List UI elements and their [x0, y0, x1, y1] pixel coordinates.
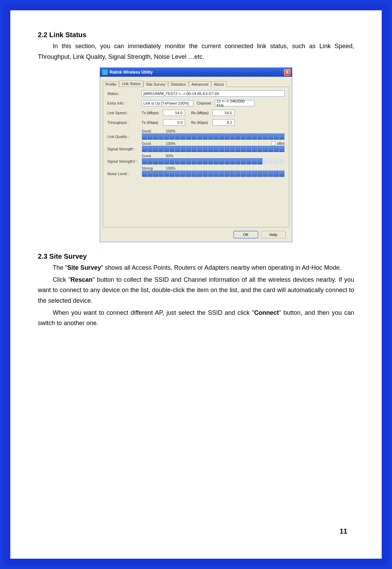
bar-segment [175, 146, 180, 152]
bar-segment [274, 158, 279, 164]
bar-segment [197, 158, 202, 164]
bar-segment [279, 146, 284, 152]
signal-strength-bar [142, 146, 285, 152]
bar-segment [214, 146, 219, 152]
help-button[interactable]: Help [261, 231, 286, 238]
dbm-label: dBm [277, 141, 285, 146]
bar-segment [252, 171, 257, 177]
tx-kbps-label: Tx (Kbps) [142, 120, 163, 125]
bar-segment [246, 146, 251, 152]
bar-segment [246, 133, 251, 140]
bar-segment [219, 133, 224, 140]
bar-segment [170, 158, 175, 164]
signal-strength2-bar [142, 158, 285, 165]
bar-segment [235, 146, 240, 152]
rx-kbps-value: 8.2 [213, 119, 235, 126]
bar-segment [181, 158, 186, 164]
bar-segment [170, 171, 175, 177]
bar-segment [153, 146, 158, 152]
bar-segment [159, 158, 164, 164]
bar-segment [164, 146, 169, 152]
bar-segment [192, 158, 197, 164]
ralink-dialog-window: Ralink Wireless Utility X Profile Link S… [100, 67, 292, 242]
section-23-heading: 2.3 Site Survey [38, 253, 354, 260]
bar-segment [175, 133, 180, 140]
bar-segment [164, 133, 169, 140]
tab-profile[interactable]: Profile [103, 81, 119, 87]
ok-button[interactable]: OK [233, 231, 258, 238]
bar-segment [274, 146, 279, 152]
bar-segment [170, 146, 175, 152]
tx-kbps-value: 0.0 [163, 119, 185, 126]
tab-row: Profile Link Status Site Survey Statisti… [103, 79, 289, 87]
link-quality-label: Link Quality : [107, 135, 142, 139]
bar-segment [159, 171, 164, 177]
signal-strength-label: Signal Strength : [107, 147, 142, 151]
bar-segment [263, 146, 268, 152]
bar-segment [257, 133, 262, 140]
bar-segment [246, 171, 251, 177]
link-quality-bar [142, 133, 285, 140]
bar-segment [192, 133, 197, 140]
bar-segment [230, 158, 235, 164]
bar-segment [197, 133, 202, 140]
bar-segment [186, 158, 191, 164]
dialog-titlebar: Ralink Wireless Utility X [100, 68, 292, 77]
page-number: 11 [340, 527, 347, 535]
bar-segment [252, 158, 257, 164]
bar-segment [142, 146, 147, 152]
signal-strength-quality: Good [142, 141, 166, 146]
tab-advanced[interactable]: Advanced [189, 81, 211, 87]
status-label: Status : [107, 92, 142, 96]
bar-segment [246, 158, 251, 164]
bar-segment [153, 171, 158, 177]
bar-segment [153, 133, 158, 140]
bar-segment [274, 171, 279, 177]
section-22-heading: 2.2 Link Status [38, 31, 354, 39]
bar-segment [164, 171, 169, 177]
bar-segment [263, 171, 268, 177]
bar-segment [241, 133, 246, 140]
noise-level-bar [142, 170, 285, 177]
bar-segment [230, 146, 235, 152]
signal-strength2-label: Signal Strength2 : [107, 159, 142, 163]
signal-strength-percent: 100% [166, 141, 200, 146]
bar-segment [181, 171, 186, 177]
channel-value[interactable]: 11 <--> 2462000 KHz [215, 100, 254, 106]
bar-segment [203, 171, 208, 177]
bar-segment [225, 133, 230, 140]
bar-segment [214, 158, 219, 164]
tab-site-survey[interactable]: Site Survey [143, 81, 168, 87]
bar-segment [268, 171, 273, 177]
section-23-p3: When you want to connect different AP, j… [38, 308, 354, 329]
bar-segment [203, 158, 208, 164]
dbm-checkbox[interactable] [271, 141, 275, 146]
bar-segment [235, 133, 240, 140]
bar-segment [214, 133, 219, 140]
signal-strength2-percent: 83% [166, 154, 200, 158]
bar-segment [142, 171, 147, 177]
bar-segment [208, 146, 213, 152]
bar-segment [142, 158, 147, 164]
bar-segment [208, 171, 213, 177]
extra-info-value[interactable]: Link is Up [TxPower:100%] [142, 100, 193, 106]
bar-segment [274, 133, 279, 140]
bar-segment [170, 133, 175, 140]
status-value[interactable]: jWR514WM_TEST2 <--> 00-14-85-E3-D7-69 [142, 90, 285, 97]
tab-link-status[interactable]: Link Status [119, 80, 143, 87]
app-icon [102, 69, 108, 75]
dialog-title: Ralink Wireless Utility [110, 70, 284, 75]
section-23-p1: The "Site Survey" shows all Access Point… [38, 262, 354, 273]
tab-about[interactable]: About [211, 81, 227, 87]
bar-segment [252, 146, 257, 152]
close-icon[interactable]: X [284, 69, 291, 76]
bar-segment [181, 133, 186, 140]
bar-segment [164, 158, 169, 164]
bar-segment [142, 133, 147, 140]
bar-segment [279, 171, 284, 177]
bar-segment [186, 133, 191, 140]
bar-segment [159, 146, 164, 152]
bar-segment [252, 133, 257, 140]
bar-segment [181, 146, 186, 152]
tab-statistics[interactable]: Statistics [168, 81, 189, 87]
